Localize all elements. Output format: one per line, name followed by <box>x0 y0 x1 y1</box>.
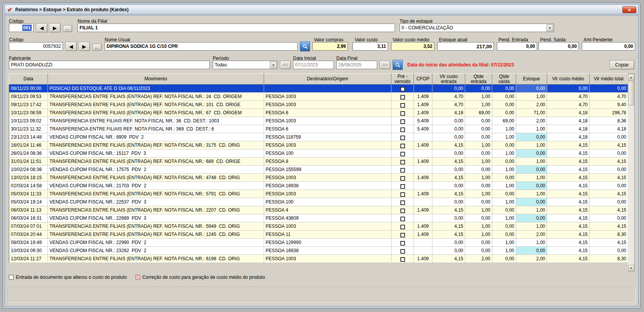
prevencido-checkbox[interactable] <box>400 119 405 124</box>
vertical-scrollbar[interactable]: ▲ ▼ <box>628 73 635 272</box>
prevencido-checkbox[interactable] <box>400 257 405 262</box>
periodo-back-button[interactable]: << <box>280 61 291 69</box>
periodo-select[interactable]: Todas ▼ <box>213 61 278 69</box>
periodo-forward-button[interactable]: >> <box>380 61 390 69</box>
produto-lookup-button[interactable]: ... <box>92 44 102 51</box>
column-header-qtde-saida[interactable]: Qtde saída <box>492 74 516 85</box>
valor-custo-medio-field[interactable]: 3,52 <box>391 42 434 51</box>
scroll-up-button[interactable]: ▲ <box>628 74 634 80</box>
nome-filial-field[interactable]: FILIAL 1 <box>78 24 395 32</box>
kardex-table-body: 06/11/23 00:00POSICAO DO ESTOQUE ATE O D… <box>9 85 628 263</box>
prevencido-checkbox[interactable] <box>400 95 405 100</box>
periodo-dropdown-button[interactable]: ▼ <box>270 61 277 68</box>
column-header-vlr-custo-entrada[interactable]: Vlr custo entrada <box>432 74 465 85</box>
table-row[interactable]: 13/02/24 18:15TRANSFERENCIAS ENTRE FILIA… <box>9 174 628 182</box>
column-header-movimento[interactable]: Movimento <box>48 74 264 85</box>
arrow-right-icon: ▶ <box>53 25 57 31</box>
table-row[interactable]: 07/03/24 20:44TRANSFERENCIAS ENTRE FILIA… <box>9 231 628 239</box>
data-inicial-field[interactable]: 07/11/2023 <box>293 61 334 69</box>
xml-pendente-field[interactable]: 0,00 <box>582 42 635 51</box>
table-row[interactable]: 10/11/23 09:02TRANSFERENCIA ENTRE FILIAI… <box>9 117 628 125</box>
filial-lookup-button[interactable]: ... <box>63 25 72 32</box>
prevencido-checkbox[interactable] <box>400 209 405 213</box>
column-header-origem[interactable]: Destinatário\Origem <box>264 74 391 85</box>
produto-codigo-field[interactable]: 0057932 <box>9 42 63 51</box>
table-row[interactable]: 09/11/23 17:42TRANSFERENCIAS ENTRE FILIA… <box>9 101 628 109</box>
valor-custo-field[interactable]: 3,11 <box>353 42 388 51</box>
cell-origem: PESSOA 1003 <box>264 101 391 109</box>
table-row[interactable]: 07/03/24 07:01TRANSFERENCIAS ENTRE FILIA… <box>9 222 628 231</box>
table-row[interactable]: 10/11/23 08:59TRANSFERENCIAS ENTRE FILIA… <box>9 109 628 117</box>
table-row[interactable]: 09/11/23 09:53TRANSFERENCIAS ENTRE FILIA… <box>9 93 628 101</box>
produto-search-button[interactable] <box>300 41 310 51</box>
filial-codigo-field[interactable]: 001 <box>9 24 34 32</box>
column-header-data[interactable]: Data <box>9 74 48 85</box>
close-button[interactable]: × <box>622 6 636 13</box>
cell-movimento: VENDAS CUPOM FISCAL NR.: 17575 PDV 2 <box>48 166 264 174</box>
table-row[interactable]: 06/11/23 00:00POSICAO DO ESTOQUE ATE O D… <box>9 85 628 93</box>
fabricante-field[interactable]: PRATI DONADUZZI <box>9 61 210 69</box>
prevencido-checkbox[interactable] <box>400 136 405 140</box>
prevencido-checkbox[interactable] <box>400 200 405 205</box>
nome-usual-field[interactable]: DIPIRONA SODICA 1G C/10 CPR <box>105 42 298 51</box>
scroll-down-button[interactable]: ▼ <box>628 265 634 271</box>
prevencido-checkbox[interactable] <box>400 184 405 189</box>
prevencido-checkbox[interactable] <box>400 249 405 254</box>
table-row[interactable]: 02/03/24 14:58VENDAS CUPOM FISCAL NR.: 2… <box>9 182 628 190</box>
prevencido-checkbox[interactable] <box>400 217 405 221</box>
scrollbar-thumb[interactable] <box>628 81 634 105</box>
table-row[interactable]: 30/11/23 11:32TRANSFERENCIA ENTRE FILIAI… <box>9 125 628 133</box>
prevencido-checkbox[interactable] <box>400 127 405 132</box>
data-final-field[interactable]: 26/08/2025 <box>336 61 377 69</box>
tipo-estoque-dropdown-button[interactable]: ▼ <box>546 24 553 31</box>
prevencido-checkbox[interactable] <box>400 241 405 246</box>
column-header-prevencido[interactable]: Pré - vencido <box>391 74 414 85</box>
pend-saida-field[interactable]: 0,00 <box>539 42 579 51</box>
valor-compras-field[interactable]: 2,99 <box>312 42 348 51</box>
scroll-up-icon: ▲ <box>630 76 632 79</box>
filial-next-button[interactable]: ▶ <box>49 23 61 32</box>
table-row[interactable]: 26/01/24 08:36VENDAS CUPOM FISCAL NR.: 1… <box>9 149 628 158</box>
table-row[interactable]: 06/03/24 11:13TRANSFERENCIAS ENTRE FILIA… <box>9 206 628 214</box>
column-header-vlr-medio-total[interactable]: Vlr médio total <box>590 74 628 85</box>
prevencido-checkbox[interactable] <box>400 160 405 164</box>
table-row[interactable]: 10/03/24 09:30VENDAS CUPOM FISCAL NR.: 2… <box>9 247 628 255</box>
copiar-button[interactable]: Copiar <box>610 60 634 70</box>
estoque-atual-field[interactable]: 217,00 <box>437 42 494 51</box>
cell-prevencido <box>391 239 414 247</box>
table-row[interactable]: 05/03/24 19:14VENDAS CUPOM FISCAL NR.: 2… <box>9 198 628 206</box>
pend-entrada-field[interactable]: 0,00 <box>497 42 537 51</box>
column-header-estoque[interactable]: Estoque <box>516 74 547 85</box>
prevencido-checkbox[interactable] <box>400 233 405 237</box>
table-row[interactable]: 16/01/24 11:46TRANSFERENCIAS ENTRE FILIA… <box>9 141 628 149</box>
tipo-estoque-select[interactable]: 0 - COMERCIALIZAÇÃO ▼ <box>400 24 554 32</box>
prevencido-checkbox[interactable] <box>400 103 405 108</box>
table-row[interactable]: 05/03/24 11:33TRANSFERENCIAS ENTRE FILIA… <box>9 190 628 198</box>
produto-prev-button[interactable]: ◀ <box>65 42 77 51</box>
prevencido-checkbox[interactable] <box>400 225 405 229</box>
cell-qtde-saida: 0,00 <box>492 231 516 239</box>
cell-origem: PESSOA 43609 <box>264 214 391 222</box>
cell-estoque: 0,00 <box>516 85 547 93</box>
prevencido-checkbox[interactable] <box>400 168 405 173</box>
filial-prev-button[interactable]: ◀ <box>36 23 47 32</box>
filtro-search-button[interactable] <box>393 60 403 70</box>
table-row[interactable]: 31/01/24 11:51TRANSFERENCIAS ENTRE FILIA… <box>9 158 628 166</box>
prevencido-checkbox[interactable] <box>400 111 405 116</box>
table-row[interactable]: 23/12/23 14:48VENDAS CUPOM FISCAL NR.: 8… <box>9 133 628 141</box>
prevencido-checkbox[interactable] <box>400 176 405 181</box>
produto-next-button[interactable]: ▶ <box>78 42 90 51</box>
cell-vlr-medio-total: 0,00 <box>590 149 628 158</box>
prevencido-checkbox[interactable] <box>400 192 405 197</box>
prevencido-checkbox[interactable] <box>400 87 405 92</box>
prevencido-checkbox[interactable] <box>400 144 405 148</box>
column-header-vlr-custo-medio[interactable]: Vlr custo médio <box>547 74 590 85</box>
table-row[interactable]: 06/03/24 16:31VENDAS CUPOM FISCAL NR.: 2… <box>9 214 628 222</box>
cell-qtde-saida: 0,00 <box>492 109 516 117</box>
column-header-cfop[interactable]: CFOP <box>414 74 432 85</box>
table-row[interactable]: 12/03/24 11:27TRANSFERENCIAS ENTRE FILIA… <box>9 255 628 263</box>
table-row[interactable]: 10/02/24 08:36VENDAS CUPOM FISCAL NR.: 1… <box>9 166 628 174</box>
table-row[interactable]: 08/03/24 19:49VENDAS CUPOM FISCAL NR.: 2… <box>9 239 628 247</box>
column-header-qtde-entrada[interactable]: Qtde entrada <box>465 74 492 85</box>
prevencido-checkbox[interactable] <box>400 152 405 156</box>
